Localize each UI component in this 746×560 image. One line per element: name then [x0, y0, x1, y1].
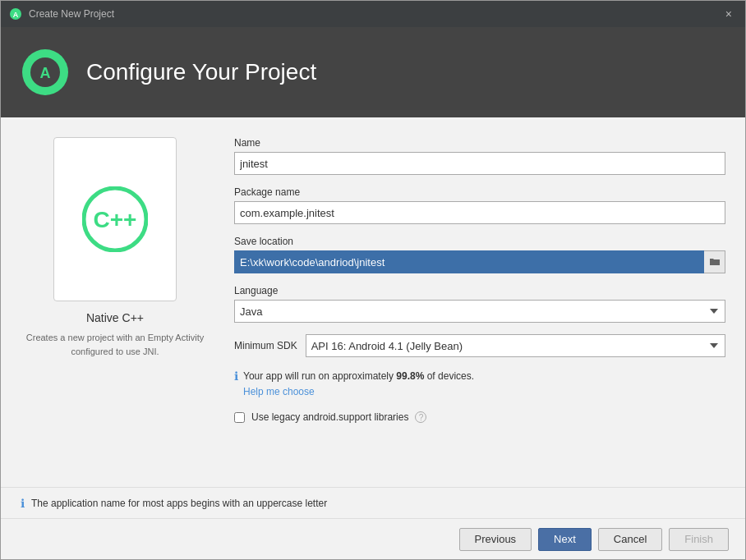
footer: Previous Next Cancel Finish [1, 518, 745, 559]
title-bar: A Create New Project × [1, 1, 745, 27]
legacy-checkbox[interactable] [234, 412, 245, 423]
next-button[interactable]: Next [538, 528, 592, 551]
folder-browse-button[interactable] [704, 250, 725, 273]
previous-button[interactable]: Previous [459, 528, 532, 551]
save-location-input[interactable] [234, 250, 725, 273]
project-card-description: Creates a new project with an Empty Acti… [26, 331, 204, 358]
package-field-group: Package name [234, 186, 725, 224]
name-input[interactable] [234, 152, 725, 175]
min-sdk-select[interactable]: API 16: Android 4.1 (Jelly Bean) API 21:… [306, 334, 725, 357]
title-bar-text: Create New Project [29, 8, 721, 20]
name-label: Name [234, 137, 725, 149]
project-card-name: Native C++ [86, 311, 144, 324]
package-input[interactable] [234, 201, 725, 224]
cancel-button[interactable]: Cancel [598, 528, 662, 551]
svg-text:C++: C++ [94, 207, 137, 232]
save-location-field-group: Save location [234, 236, 725, 273]
app-icon: A [9, 7, 22, 21]
name-field-group: Name [234, 137, 725, 175]
device-percent: 99.8% [396, 370, 424, 382]
cpp-logo-icon: C++ [82, 186, 148, 252]
min-sdk-row: Minimum SDK API 16: Android 4.1 (Jelly B… [234, 334, 725, 357]
device-info-suffix: of devices. [424, 370, 474, 382]
header-logo-icon: A [21, 48, 70, 97]
header-title: Configure Your Project [86, 59, 316, 85]
legacy-checkbox-label: Use legacy android.support libraries [251, 411, 408, 423]
svg-text:A: A [40, 65, 51, 81]
language-field-group: Language Java Kotlin [234, 285, 725, 323]
close-button[interactable]: × [721, 7, 737, 21]
svg-text:A: A [13, 11, 19, 19]
folder-icon [710, 258, 720, 266]
bottom-info-bar: ℹ The application name for most apps beg… [1, 487, 745, 518]
window: A Create New Project × A Configure Your … [0, 0, 746, 560]
legacy-help-icon[interactable]: ? [415, 411, 426, 423]
right-panel: Name Package name Save location [234, 137, 725, 480]
bottom-info-icon: ℹ [21, 497, 25, 510]
device-info-prefix: Your app will run on approximately [243, 370, 396, 382]
project-card: C++ [53, 137, 177, 301]
info-icon: ℹ [234, 370, 238, 383]
package-label: Package name [234, 186, 725, 198]
help-me-choose-link[interactable]: Help me choose [243, 386, 315, 397]
language-select[interactable]: Java Kotlin [234, 300, 725, 323]
finish-button[interactable]: Finish [669, 528, 729, 551]
header: A Configure Your Project [1, 27, 745, 117]
min-sdk-label: Minimum SDK [234, 340, 297, 351]
device-info-row: ℹ Your app will run on approximately 99.… [234, 369, 725, 400]
language-label: Language [234, 285, 725, 296]
save-location-label: Save location [234, 236, 725, 247]
legacy-checkbox-row: Use legacy android.support libraries ? [234, 411, 725, 423]
bottom-info-text: The application name for most apps begin… [31, 498, 327, 509]
save-location-input-wrapper [234, 250, 725, 273]
device-info-text: Your app will run on approximately 99.8%… [243, 369, 474, 400]
left-panel: C++ Native C++ Creates a new project wit… [21, 137, 210, 480]
content-area: C++ Native C++ Creates a new project wit… [1, 117, 745, 480]
